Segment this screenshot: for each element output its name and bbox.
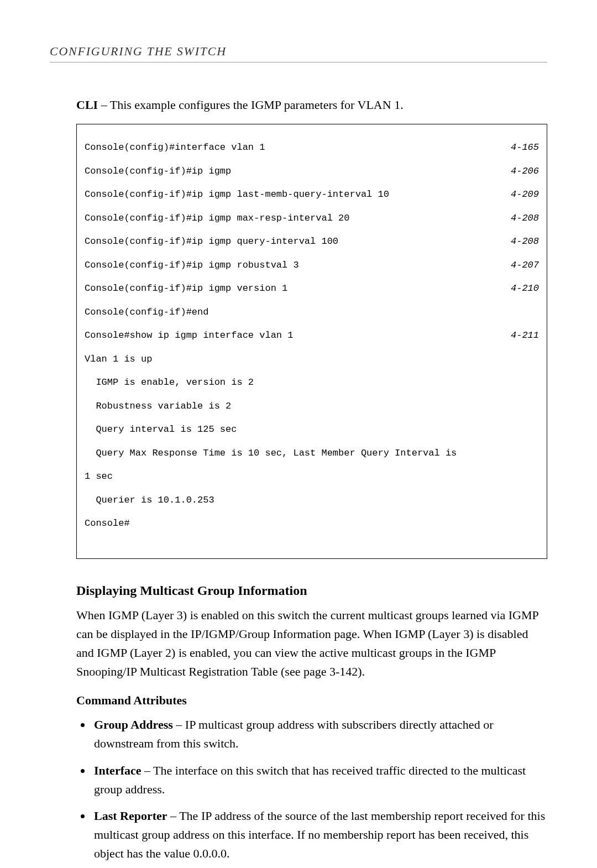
cli-bold: CLI (76, 98, 98, 112)
section-paragraph: When IGMP (Layer 3) is enabled on this s… (76, 606, 547, 681)
cli-cmd: Console(config-if)#ip igmp (85, 165, 231, 177)
cli-cmd: Console(config)#interface vlan 1 (85, 142, 265, 153)
section-heading-multicast-group-info: Displaying Multicast Group Information (76, 583, 547, 598)
cli-cmd: Console(config-if)#ip igmp query-interva… (85, 236, 338, 247)
cli-line: Console(config)#interface vlan 14-165 (85, 142, 539, 153)
cli-cmd: Console(config-if)#end (85, 306, 208, 318)
cli-ref: 4-207 (511, 259, 539, 271)
cli-line: Vlan 1 is up (85, 353, 539, 365)
cli-cmd: Console# (85, 517, 130, 529)
main-content: CLI – This example configures the IGMP p… (76, 96, 547, 868)
cli-line: Console(config-if)#ip igmp robustval 34-… (85, 259, 539, 271)
attr-desc: – The interface on this switch that has … (94, 764, 526, 796)
cli-line: Console#show ip igmp interface vlan 14-2… (85, 330, 539, 341)
list-item: Interface – The interface on this switch… (92, 761, 547, 799)
cli-cmd: Vlan 1 is up (85, 353, 152, 365)
list-item: Last Reporter – The IP address of the so… (92, 807, 547, 863)
cli-cmd: Console(config-if)#ip igmp max-resp-inte… (85, 212, 349, 224)
cli-ref: 4-210 (511, 283, 539, 294)
cli-line: Console(config-if)#ip igmp query-interva… (85, 236, 539, 247)
cli-ref: 4-211 (511, 330, 539, 341)
cli-cmd: Console#show ip igmp interface vlan 1 (85, 330, 293, 341)
list-item: Group Address – IP multicast group addre… (92, 715, 547, 753)
attr-term: Last Reporter (94, 809, 167, 823)
cli-ref: 4-165 (511, 142, 539, 153)
attr-term: Group Address (94, 718, 173, 731)
cli-terminal-box: Console(config)#interface vlan 14-165 Co… (76, 124, 547, 559)
cli-cmd: IGMP is enable, version is 2 (85, 377, 254, 388)
cli-cmd: Robustness variable is 2 (85, 400, 231, 412)
chapter-header: CONFIGURING THE SWITCH (50, 44, 547, 62)
cli-line: Console(config-if)#end (85, 306, 539, 318)
cli-ref: 4-208 (511, 212, 539, 224)
cli-cmd: Console(config-if)#ip igmp last-memb-que… (85, 189, 389, 200)
cli-line: Console(config-if)#ip igmp version 14-21… (85, 283, 539, 294)
attr-term: Interface (94, 764, 142, 777)
cli-line: 1 sec (85, 470, 539, 482)
cli-ref: 4-206 (511, 165, 539, 177)
cli-ref: 4-208 (511, 236, 539, 247)
cli-intro-paragraph: CLI – This example configures the IGMP p… (76, 96, 547, 114)
cli-cmd: Console(config-if)#ip igmp version 1 (85, 283, 287, 294)
cli-cmd: Console(config-if)#ip igmp robustval 3 (85, 259, 299, 271)
cli-line: Console(config-if)#ip igmp4-206 (85, 165, 539, 177)
cli-line: IGMP is enable, version is 2 (85, 377, 539, 388)
cli-cmd: Querier is 10.1.0.253 (85, 494, 214, 506)
cli-line: Console# (85, 517, 539, 529)
cli-line: Robustness variable is 2 (85, 400, 539, 412)
cli-line: Console(config-if)#ip igmp max-resp-inte… (85, 212, 539, 224)
cli-cmd: 1 sec (85, 470, 113, 482)
cli-cmd: Query Max Response Time is 10 sec, Last … (85, 447, 457, 459)
command-attributes-list: Group Address – IP multicast group addre… (76, 715, 547, 868)
cli-line: Query interval is 125 sec (85, 423, 539, 435)
cli-ref: 4-209 (511, 189, 539, 200)
cli-line: Console(config-if)#ip igmp last-memb-que… (85, 189, 539, 200)
command-attributes-heading: Command Attributes (76, 693, 547, 708)
cli-cmd: Query interval is 125 sec (85, 423, 237, 435)
cli-line: Query Max Response Time is 10 sec, Last … (85, 447, 539, 459)
cli-rest: – This example configures the IGMP param… (98, 98, 404, 112)
cli-line: Querier is 10.1.0.253 (85, 494, 539, 506)
